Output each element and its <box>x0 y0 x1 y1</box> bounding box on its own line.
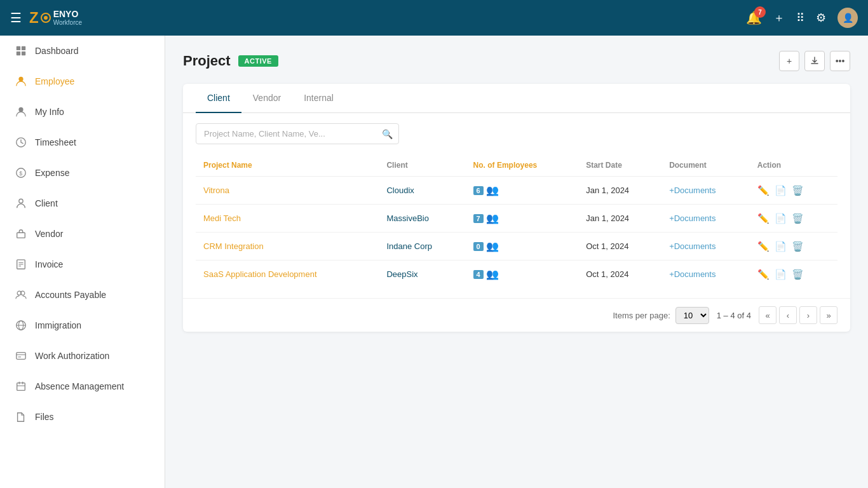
sidebar-item-vendor[interactable]: Vendor <box>0 219 165 249</box>
invoice-icon <box>15 258 27 271</box>
svg-rect-4 <box>17 51 20 55</box>
sidebar-item-files[interactable]: Files <box>0 402 165 432</box>
settings-icon[interactable]: ⚙ <box>816 11 826 25</box>
absence-icon <box>15 380 27 393</box>
cell-client: DeepSix <box>379 261 465 288</box>
copy-button[interactable]: 📄 <box>775 185 787 196</box>
main-content: Project ACTIVE + ••• Client Vendor Inter… <box>165 36 868 488</box>
expense-icon: $ <box>15 166 27 179</box>
sidebar-item-timesheet[interactable]: Timesheet <box>0 127 165 158</box>
edit-button[interactable]: ✏️ <box>757 241 770 252</box>
per-page-select[interactable]: 10 20 50 <box>675 307 709 324</box>
page-next-button[interactable]: › <box>799 306 817 324</box>
cell-client: Indane Corp <box>379 233 465 261</box>
vendor-icon <box>15 227 27 240</box>
user-avatar[interactable]: 👤 <box>837 8 858 28</box>
tab-client[interactable]: Client <box>196 84 241 113</box>
col-header-start-date: Start Date <box>578 154 661 177</box>
plus-icon[interactable]: ＋ <box>773 10 785 25</box>
sidebar-label-vendor: Vendor <box>35 229 63 239</box>
cell-num-employees: 0 👥 <box>466 233 579 261</box>
more-options-button[interactable]: ••• <box>830 51 850 71</box>
logo-circle-icon <box>41 13 51 23</box>
cell-project-name: CRM Integration <box>196 233 379 261</box>
delete-button[interactable]: 🗑️ <box>792 185 804 196</box>
client-icon <box>15 197 27 210</box>
table-row: CRM Integration Indane Corp 0 👥 Oct 1, 2… <box>196 233 837 261</box>
svg-point-7 <box>18 107 23 112</box>
add-project-button[interactable]: + <box>779 51 799 71</box>
edit-button[interactable]: ✏️ <box>757 213 770 224</box>
cell-start-date: Jan 1, 2024 <box>578 177 661 205</box>
sidebar-item-dashboard[interactable]: Dashboard <box>0 36 165 66</box>
delete-button[interactable]: 🗑️ <box>792 241 804 252</box>
app-body: Dashboard Employee My Info Timesheet $ E… <box>0 36 868 488</box>
topnav-right: 🔔 7 ＋ ⠿ ⚙ 👤 <box>746 8 858 28</box>
svg-point-11 <box>19 199 23 203</box>
tab-vendor[interactable]: Vendor <box>241 84 292 113</box>
sidebar-label-employee: Employee <box>35 76 74 86</box>
tab-internal[interactable]: Internal <box>292 84 345 113</box>
cell-start-date: Oct 1, 2024 <box>578 233 661 261</box>
hamburger-icon[interactable]: ☰ <box>10 10 22 25</box>
dashboard-icon <box>15 44 27 57</box>
export-button[interactable] <box>804 51 825 71</box>
employee-avatar-icon: 👥 <box>486 184 499 196</box>
accounts-icon <box>15 288 27 301</box>
sidebar-item-client[interactable]: Client <box>0 188 165 219</box>
cell-start-date: Oct 1, 2024 <box>578 261 661 288</box>
sidebar-item-work-authorization[interactable]: Work Authorization <box>0 341 165 371</box>
cell-document: +Documents <box>661 205 750 233</box>
sidebar-label-dashboard: Dashboard <box>35 46 79 56</box>
document-link[interactable]: +Documents <box>669 214 715 223</box>
edit-button[interactable]: ✏️ <box>757 269 770 280</box>
document-link[interactable]: +Documents <box>669 269 715 279</box>
sidebar-item-myinfo[interactable]: My Info <box>0 97 165 127</box>
document-link[interactable]: +Documents <box>669 241 715 251</box>
col-header-client: Client <box>379 154 465 177</box>
export-icon <box>810 57 819 65</box>
items-per-page: Items per page: 10 20 50 <box>613 307 709 324</box>
search-icon[interactable]: 🔍 <box>382 129 393 139</box>
grid-icon[interactable]: ⠿ <box>796 11 804 25</box>
status-badge: ACTIVE <box>238 55 278 67</box>
sidebar-item-employee[interactable]: Employee <box>0 66 165 97</box>
page-last-button[interactable]: » <box>820 306 837 324</box>
svg-rect-3 <box>22 46 25 50</box>
edit-button[interactable]: ✏️ <box>757 185 770 196</box>
copy-button[interactable]: 📄 <box>775 241 787 252</box>
project-table-wrap: Project Name Client No. of Employees Sta… <box>183 154 850 298</box>
employee-icon <box>15 75 27 88</box>
page-title: Project <box>183 53 231 69</box>
sidebar-item-absence-management[interactable]: Absence Management <box>0 371 165 402</box>
sidebar-item-invoice[interactable]: Invoice <box>0 249 165 280</box>
svg-rect-5 <box>22 51 25 55</box>
notification-button[interactable]: 🔔 7 <box>746 10 762 25</box>
sidebar-item-expense[interactable]: $ Expense <box>0 158 165 188</box>
search-input[interactable] <box>196 123 399 144</box>
sidebar-label-files: Files <box>35 412 54 422</box>
page-first-button[interactable]: « <box>759 306 776 324</box>
cell-num-employees: 4 👥 <box>466 261 579 288</box>
pagination: Items per page: 10 20 50 1 – 4 of 4 « ‹ … <box>183 298 850 332</box>
copy-button[interactable]: 📄 <box>775 269 787 280</box>
delete-button[interactable]: 🗑️ <box>792 213 804 224</box>
employee-avatar-icon: 👥 <box>486 240 499 252</box>
page-prev-button[interactable]: ‹ <box>779 306 797 324</box>
copy-button[interactable]: 📄 <box>775 213 787 224</box>
sidebar-item-immigration[interactable]: Immigration <box>0 310 165 341</box>
col-header-action: Action <box>750 154 837 177</box>
delete-button[interactable]: 🗑️ <box>792 269 804 280</box>
svg-rect-12 <box>17 233 25 238</box>
document-link[interactable]: +Documents <box>669 186 715 195</box>
page-title-wrap: Project ACTIVE <box>183 53 278 69</box>
sidebar-label-expense: Expense <box>35 168 69 178</box>
project-card: Client Vendor Internal 🔍 Project Name C <box>183 84 850 332</box>
work-auth-icon <box>15 349 27 362</box>
page-nav-buttons: « ‹ › » <box>759 306 837 324</box>
immigration-icon <box>15 319 27 332</box>
cell-action: ✏️ 📄 🗑️ <box>750 177 837 205</box>
timesheet-icon <box>15 136 27 149</box>
sidebar-item-accounts-payable[interactable]: Accounts Payable <box>0 280 165 310</box>
cell-client: MassiveBio <box>379 205 465 233</box>
